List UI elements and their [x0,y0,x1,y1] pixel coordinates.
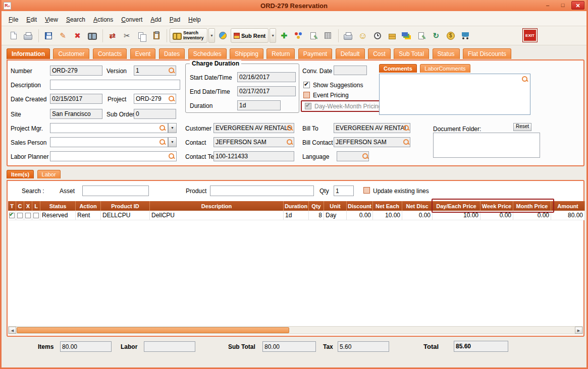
asset-search-input[interactable] [82,186,149,196]
tab-event[interactable]: Event [130,48,156,59]
scrollbar-thumb[interactable] [17,327,289,333]
tab-dates[interactable]: Dates [159,48,185,59]
tab-schedules[interactable]: Schedules [188,48,227,59]
col-net-each[interactable]: Net Each [373,201,402,211]
scroll-right-button[interactable]: ▶ [575,327,582,334]
menu-convert[interactable]: Convert [117,15,146,25]
add-item-button[interactable]: ✚ [277,29,291,43]
menu-help[interactable]: Help [184,15,205,25]
customer-field[interactable] [213,123,294,133]
cart-button[interactable] [458,29,472,43]
convert-button[interactable]: ⇄ [105,29,119,43]
customer-magnifier-icon[interactable] [286,125,293,132]
print-labels-button[interactable] [341,29,355,43]
scroll-left-button[interactable]: ◀ [9,327,16,334]
col-action[interactable]: Action [76,201,101,211]
row-t-checkbox[interactable] [9,213,15,218]
write-note-button[interactable] [414,29,428,43]
col-qty[interactable]: Qty [309,201,324,211]
col-product-id[interactable]: Product ID [101,201,150,211]
comments-textarea[interactable] [381,75,520,113]
tab-contacts[interactable]: Contacts [93,48,127,59]
save-button[interactable] [41,29,55,43]
time-button[interactable] [370,29,384,43]
tab-customer[interactable]: Customer [53,48,89,59]
tab-labor[interactable]: Labor [37,170,61,178]
col-c[interactable]: C [16,201,24,211]
delete-button[interactable]: ✖ [71,29,84,43]
cut-button[interactable]: ✂ [120,29,134,43]
sub-total-field[interactable] [262,341,316,352]
bill-to-magnifier-icon[interactable] [403,125,410,132]
language-magnifier-icon[interactable] [362,153,369,160]
package-button[interactable] [385,29,399,43]
row-x-checkbox[interactable] [25,213,31,218]
menu-pad[interactable]: Pad [166,15,184,25]
col-x[interactable]: X [24,201,32,211]
exit-button[interactable]: EXIT [523,29,537,42]
qty-input[interactable] [334,186,354,196]
project-mgr-field[interactable] [50,123,168,133]
tab-shipping[interactable]: Shipping [230,48,263,59]
find-button[interactable] [85,29,99,43]
bill-contact-field[interactable] [334,137,410,147]
grid-button[interactable] [321,29,335,43]
sub-rent-dropdown[interactable]: ▼ [270,28,276,43]
col-duration[interactable]: Duration [284,201,309,211]
document-folder-box[interactable] [433,133,540,158]
total-field[interactable] [454,341,508,352]
labor-total-field[interactable] [144,341,195,352]
maximize-button[interactable]: □ [556,1,569,10]
col-unit[interactable]: Unit [324,201,347,211]
col-status[interactable]: Status [40,201,76,211]
show-suggestions-checkbox[interactable] [303,82,310,88]
project-search-magnifier-icon[interactable] [168,95,175,102]
copy-button[interactable] [135,29,148,43]
row-c-checkbox[interactable] [17,213,23,218]
new-button[interactable] [7,29,20,43]
col-l[interactable]: L [32,201,40,211]
col-day-each-price[interactable]: Day/Each Price [433,201,480,211]
refresh-button[interactable]: ↻ [429,29,443,43]
bill-to-field[interactable] [334,123,410,133]
sub-rent-button[interactable]: Sub Rent [231,28,269,43]
tab-items[interactable]: Item(s) [7,170,34,178]
col-week-price[interactable]: Week Price [480,201,513,211]
col-t[interactable]: T [8,201,16,211]
items-total-field[interactable] [60,341,112,352]
tab-comments[interactable]: Comments [379,64,417,73]
search-inventory-dropdown[interactable]: ▼ [208,28,215,43]
menu-view[interactable]: View [41,15,62,25]
site-field[interactable] [50,109,102,119]
bill-contact-magnifier-icon[interactable] [403,139,410,146]
col-description[interactable]: Description [150,201,284,211]
tab-flat-discounts[interactable]: Flat Discounts [463,48,511,59]
close-button[interactable]: ✕ [571,1,584,10]
event-pricing-checkbox[interactable] [303,92,310,98]
sub-orders-field[interactable] [134,109,176,119]
tab-status[interactable]: Status [433,48,460,59]
project-mgr-magnifier-icon[interactable] [159,125,166,132]
start-date-field[interactable] [237,72,296,82]
duration-field[interactable] [237,100,281,110]
comments-magnifier-icon[interactable] [521,76,528,83]
project-mgr-dropdown[interactable]: ▼ [168,123,177,133]
col-amount[interactable]: Amount [551,201,585,211]
reports-button[interactable] [400,29,413,43]
number-field[interactable] [50,66,102,76]
col-net-disc[interactable]: Net Disc [402,201,433,211]
tab-return[interactable]: Return [266,48,295,59]
edit-note-button[interactable] [306,29,320,43]
menu-add[interactable]: Add [146,15,165,25]
sales-person-dropdown[interactable]: ▼ [168,137,177,147]
date-created-field[interactable] [50,94,102,104]
globe-button[interactable] [216,29,230,43]
money-button[interactable]: $ [444,29,457,43]
labor-planner-magnifier-icon[interactable] [168,153,175,160]
tab-labor-comments[interactable]: LaborComments [420,64,470,73]
end-date-field[interactable] [237,86,296,96]
menu-file[interactable]: File [5,15,22,25]
sales-person-magnifier-icon[interactable] [159,139,166,146]
version-search-magnifier-icon[interactable] [168,67,175,74]
update-existing-lines-checkbox[interactable] [363,187,370,194]
